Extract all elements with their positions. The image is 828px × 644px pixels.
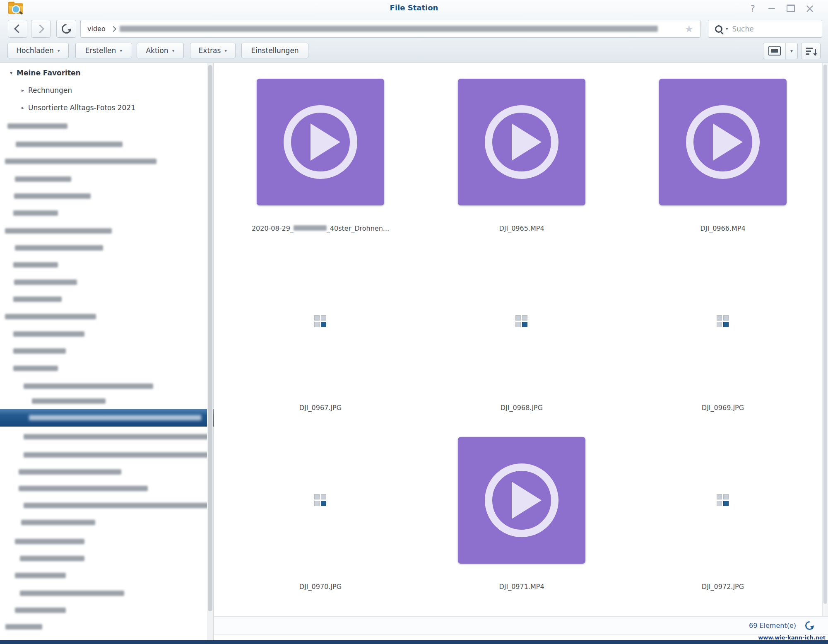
redacted-tree-item[interactable] xyxy=(13,348,66,354)
search-icon xyxy=(715,25,722,33)
file-name: DJI_0970.JPG xyxy=(220,583,421,591)
sort-button[interactable] xyxy=(801,43,821,59)
search-input[interactable]: ▾ Suche xyxy=(708,20,822,38)
star-icon[interactable]: ★ xyxy=(684,23,693,35)
redacted-tree-item[interactable] xyxy=(5,228,112,234)
file-item[interactable]: DJI_0970.JPG xyxy=(220,437,421,611)
status-bar: 69 Element(e) xyxy=(214,616,828,635)
redacted-tree-item[interactable] xyxy=(24,384,153,389)
redacted-tree-item[interactable] xyxy=(24,452,209,458)
triangle-collapsed-icon[interactable]: ▸ xyxy=(22,87,24,93)
thumbnail-view-icon[interactable] xyxy=(763,43,786,59)
sidebar-item-rechnungen[interactable]: ▸ Rechnungen xyxy=(22,86,72,94)
redacted-tree-item[interactable] xyxy=(13,366,58,371)
selected-tree-item[interactable] xyxy=(0,409,214,427)
redacted-tree-item[interactable] xyxy=(15,176,71,182)
forward-button[interactable] xyxy=(31,20,51,38)
view-mode-caret-icon[interactable]: ▾ xyxy=(786,43,797,59)
redacted-tree-item[interactable] xyxy=(13,210,58,216)
sidebar-scrollbar[interactable] xyxy=(207,63,213,640)
redacted-tree-item[interactable] xyxy=(20,556,84,561)
redacted-tree-item[interactable] xyxy=(5,159,156,164)
redacted-tree-item[interactable] xyxy=(16,142,123,147)
breadcrumb-redacted-path xyxy=(120,26,658,32)
redacted-tree-item[interactable] xyxy=(19,469,121,475)
play-icon xyxy=(284,105,357,179)
sidebar-item-unsortierte-alltags-fotos[interactable]: ▸ Unsortierte Alltags-Fotos 2021 xyxy=(22,104,135,112)
redacted-tree-item[interactable] xyxy=(13,262,58,268)
breadcrumb-separator-icon xyxy=(111,26,116,31)
redacted-tree-item[interactable] xyxy=(20,591,124,596)
help-icon[interactable]: ? xyxy=(746,2,759,14)
refresh-button[interactable] xyxy=(56,20,76,38)
refresh-list-icon[interactable] xyxy=(804,620,816,632)
sidebar-scrollbar-thumb[interactable] xyxy=(208,65,212,611)
file-item[interactable]: DJI_0968.JPG xyxy=(421,258,622,432)
redacted-tree-item[interactable] xyxy=(13,297,62,302)
view-mode-button[interactable]: ▾ xyxy=(763,43,798,59)
redacted-tree-item[interactable] xyxy=(24,503,209,508)
file-item[interactable]: DJI_0966.MP4 xyxy=(622,79,823,253)
file-item[interactable]: DJI_0971.MP4 xyxy=(421,437,622,611)
redacted-tree-item[interactable] xyxy=(15,573,66,578)
file-item[interactable]: 2020-08-29__40ster_Drohnen... xyxy=(220,79,421,253)
redacted-tree-item[interactable] xyxy=(7,123,67,129)
video-thumbnail[interactable] xyxy=(659,79,787,205)
redacted-tree-item[interactable] xyxy=(5,624,42,630)
breadcrumb-root[interactable]: video xyxy=(87,25,106,33)
pending-thumbnail-icon xyxy=(314,494,327,507)
video-thumbnail[interactable] xyxy=(458,437,585,564)
file-name: DJI_0967.JPG xyxy=(220,404,421,412)
redacted-tree-item[interactable] xyxy=(32,398,106,404)
chevron-down-icon: ▾ xyxy=(58,48,60,53)
upload-menu-button[interactable]: Hochladen ▾ xyxy=(7,43,69,58)
file-item[interactable]: DJI_0967.JPG xyxy=(220,258,421,432)
titlebar: File Station ? × xyxy=(0,0,828,17)
file-name: DJI_0971.MP4 xyxy=(421,583,622,591)
file-item[interactable]: DJI_0972.JPG xyxy=(622,437,823,611)
redacted-tree-item[interactable] xyxy=(15,608,66,613)
file-name: DJI_0969.JPG xyxy=(622,404,823,412)
play-icon xyxy=(485,463,558,537)
redacted-tree-item[interactable] xyxy=(19,486,148,491)
back-button[interactable] xyxy=(8,20,27,38)
main-scrollbar[interactable] xyxy=(822,63,828,616)
sort-icon xyxy=(806,48,813,55)
redacted-tree-item[interactable] xyxy=(5,314,96,319)
redacted-tree-item[interactable] xyxy=(15,245,103,251)
chevron-down-icon: ▾ xyxy=(120,48,122,53)
redacted-tree-item[interactable] xyxy=(13,331,84,337)
play-icon xyxy=(686,105,760,179)
action-menu-button[interactable]: Aktion ▾ xyxy=(137,43,184,58)
pending-thumbnail-icon xyxy=(717,315,729,328)
settings-button[interactable]: Einstellungen xyxy=(241,43,308,58)
redacted-tree-item[interactable] xyxy=(14,280,77,285)
search-options-caret-icon[interactable]: ▾ xyxy=(726,26,728,31)
file-item[interactable]: DJI_0965.MP4 xyxy=(421,79,622,253)
favorites-section-header[interactable]: ▾ Meine Favoriten xyxy=(10,69,81,77)
redacted-tree-item[interactable] xyxy=(15,539,84,544)
video-thumbnail[interactable] xyxy=(458,79,585,205)
maximize-icon[interactable] xyxy=(784,2,797,14)
chevron-right-icon xyxy=(36,24,44,33)
triangle-collapsed-icon[interactable]: ▸ xyxy=(22,105,24,111)
video-thumbnail[interactable] xyxy=(257,79,384,205)
pending-thumbnail-icon xyxy=(515,315,528,328)
file-item[interactable]: DJI_0969.JPG xyxy=(622,258,823,432)
redacted-name-segment xyxy=(294,225,327,231)
redacted-tree-item[interactable] xyxy=(21,520,95,525)
create-menu-button[interactable]: Erstellen ▾ xyxy=(75,43,132,58)
triangle-expanded-icon[interactable]: ▾ xyxy=(10,70,12,76)
redacted-tree-item[interactable] xyxy=(14,193,91,199)
extras-menu-button[interactable]: Extras ▾ xyxy=(190,43,236,58)
redacted-tree-item[interactable] xyxy=(24,434,209,439)
search-placeholder: Suche xyxy=(732,25,754,33)
watermark: www.wie-kann-ich.net xyxy=(758,634,826,641)
chevron-down-icon: ▾ xyxy=(224,48,227,53)
minimize-icon[interactable] xyxy=(765,2,778,14)
main-scrollbar-thumb[interactable] xyxy=(823,65,827,604)
breadcrumb[interactable]: video ★ xyxy=(80,20,700,38)
file-station-window: File Station ? × video ★ ▾ S xyxy=(0,0,828,644)
close-icon[interactable]: × xyxy=(803,2,816,14)
window-title: File Station xyxy=(0,3,828,12)
